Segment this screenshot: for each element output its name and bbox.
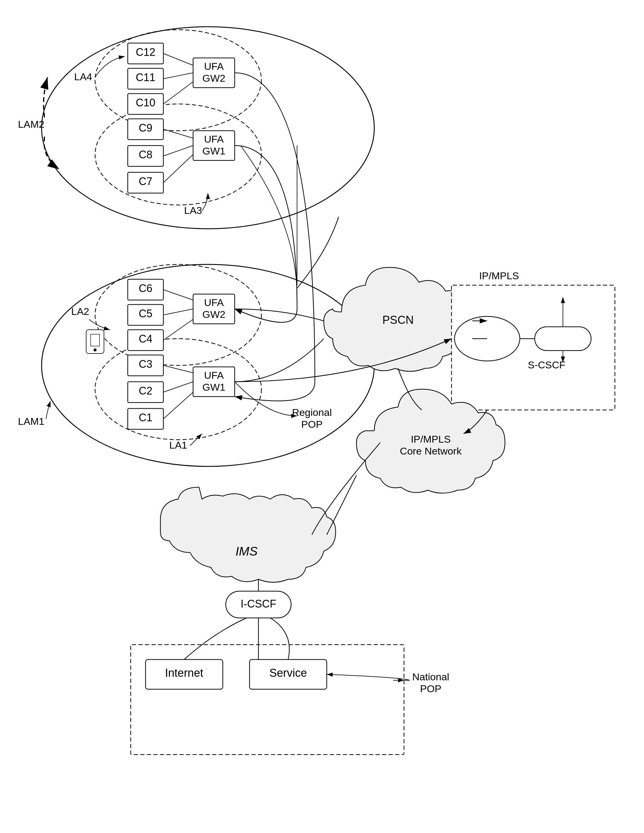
pscn-label: PSCN bbox=[382, 314, 414, 326]
svg-line-11 bbox=[163, 82, 193, 104]
svg-line-17 bbox=[163, 146, 193, 156]
la2-label: LA2 bbox=[71, 306, 89, 317]
c10-label: C10 bbox=[136, 96, 155, 109]
c9-label: C9 bbox=[139, 122, 153, 134]
c5-label: C5 bbox=[139, 307, 153, 320]
regional-pop-label: Regional bbox=[292, 407, 332, 418]
lam1-label: LAM1 bbox=[18, 416, 45, 427]
svg-line-27 bbox=[163, 309, 193, 315]
ims-cloud: IMS bbox=[161, 487, 336, 582]
svg-point-2 bbox=[42, 27, 374, 229]
la4-label: LA4 bbox=[74, 71, 92, 82]
c6-label: C6 bbox=[139, 282, 153, 294]
svg-point-3 bbox=[95, 30, 262, 131]
svg-line-9 bbox=[163, 53, 193, 65]
regional-pop-label2: POP bbox=[301, 418, 323, 430]
national-pop-label2: POP bbox=[420, 683, 442, 694]
c11-label: C11 bbox=[136, 71, 155, 84]
svg-text:Core Network: Core Network bbox=[400, 445, 462, 457]
la1-label: LA1 bbox=[169, 439, 188, 451]
lam2-label: LAM2 bbox=[18, 119, 45, 130]
svg-line-10 bbox=[163, 73, 193, 79]
c4-label: C4 bbox=[139, 333, 153, 345]
pscn-cloud: PSCN bbox=[324, 267, 472, 371]
s-cscf-label: S-CSCF bbox=[528, 359, 565, 370]
ufa-gw2-top-label: UFA bbox=[204, 61, 224, 72]
ufa-gw2-mid-label2: GW2 bbox=[202, 309, 225, 320]
svg-line-28 bbox=[163, 319, 193, 340]
svg-line-34 bbox=[163, 382, 193, 392]
c7-label: C7 bbox=[139, 175, 153, 187]
svg-line-33 bbox=[163, 365, 193, 373]
ufa-gw2-top-label2: GW2 bbox=[202, 72, 225, 84]
svg-line-18 bbox=[163, 154, 193, 183]
la3-label: LA3 bbox=[184, 205, 202, 216]
national-pop-label: National bbox=[412, 671, 450, 682]
svg-line-26 bbox=[163, 289, 193, 300]
svg-line-35 bbox=[163, 392, 193, 419]
internet-label: Internet bbox=[165, 667, 204, 679]
ip-mpls-label: IP/MPLS bbox=[479, 270, 519, 281]
diagram-svg: C12 C11 C10 UFA GW2 C9 C8 C7 UFA GW1 LA4… bbox=[0, 0, 644, 833]
svg-text:IP/MPLS: IP/MPLS bbox=[411, 433, 451, 445]
c1-label: C1 bbox=[139, 412, 153, 424]
i-cscf-label: I-CSCF bbox=[241, 598, 276, 610]
svg-point-4 bbox=[95, 104, 262, 205]
svg-rect-41 bbox=[535, 327, 591, 351]
svg-point-21 bbox=[95, 339, 262, 440]
ufa-gw1-top-label: UFA bbox=[204, 133, 224, 145]
svg-text:IMS: IMS bbox=[236, 544, 258, 558]
c12-label: C12 bbox=[136, 46, 155, 58]
service-label: Service bbox=[270, 667, 307, 679]
ufa-gw1-bot-label2: GW1 bbox=[202, 381, 225, 393]
c2-label: C2 bbox=[139, 385, 153, 397]
ufa-gw1-top-label2: GW1 bbox=[202, 145, 225, 156]
c8-label: C8 bbox=[139, 148, 153, 161]
ufa-gw2-mid-label: UFA bbox=[204, 297, 224, 308]
svg-point-38 bbox=[93, 349, 96, 351]
ufa-gw1-bot-label: UFA bbox=[204, 370, 224, 381]
c3-label: C3 bbox=[139, 358, 153, 370]
